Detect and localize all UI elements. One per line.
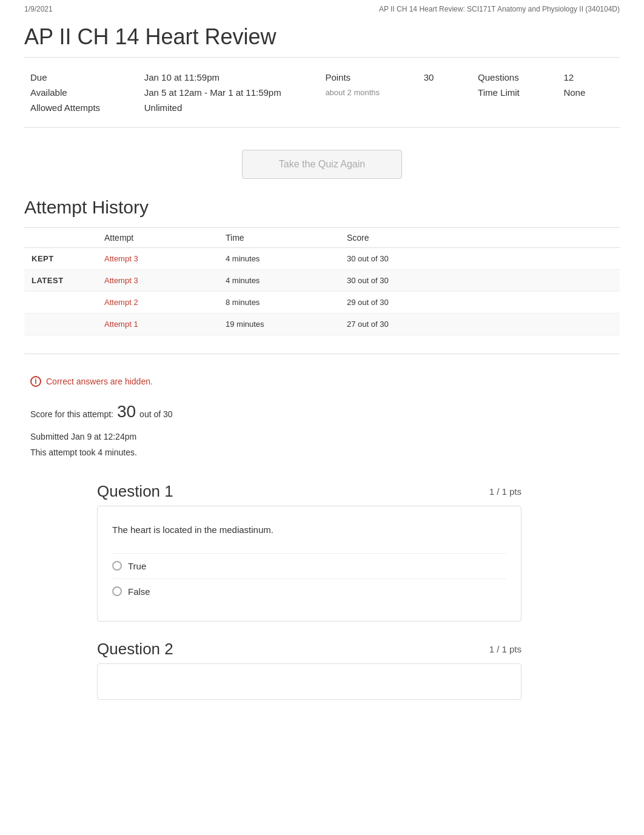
question-1-pts: 1 / 1 pts — [489, 486, 522, 497]
score-out-of: out of 30 — [139, 407, 173, 422]
divider-1 — [24, 57, 620, 58]
available-note: about 2 months — [325, 88, 414, 97]
questions-label: Questions — [478, 72, 554, 82]
duration-text: This attempt took 4 minutes. — [30, 445, 614, 460]
row-label — [24, 292, 97, 314]
take-quiz-button[interactable]: Take the Quiz Again — [242, 150, 402, 179]
divider-2 — [24, 127, 620, 128]
correct-answers-notice: i Correct answers are hidden. — [24, 366, 620, 392]
submitted-text: Submitted Jan 9 at 12:24pm — [30, 429, 614, 444]
score-section: Score for this attempt: 30 out of 30 Sub… — [24, 392, 620, 470]
page-title: AP II CH 14 Heart Review — [24, 18, 620, 50]
question-1-box: The heart is located in the mediastinum.… — [97, 506, 522, 622]
correct-answers-text: Correct answers are hidden. — [46, 377, 153, 386]
time-limit-value: None — [563, 87, 620, 98]
meta-grid: Due Jan 10 at 11:59pm Points 30 Question… — [24, 67, 620, 122]
score-number: 30 — [117, 397, 136, 427]
row-attempt[interactable]: Attempt 2 — [97, 292, 218, 314]
col-score: Score — [340, 228, 620, 248]
answer-false-label: False — [128, 586, 150, 597]
answer-option-false: False — [112, 580, 506, 603]
top-breadcrumb: AP II CH 14 Heart Review: SCI171T Anatom… — [379, 5, 620, 13]
question-2-pts: 1 / 1 pts — [489, 644, 522, 654]
notice-icon: i — [30, 376, 41, 387]
due-value: Jan 10 at 11:59pm — [144, 72, 316, 82]
row-score: 30 out of 30 — [340, 270, 620, 292]
radio-true[interactable] — [112, 561, 122, 571]
table-row: LATESTAttempt 34 minutes30 out of 30 — [24, 270, 620, 292]
question-1-header: Question 1 1 / 1 pts — [97, 482, 522, 501]
question-1-title: Question 1 — [97, 482, 173, 501]
page-content: AP II CH 14 Heart Review Due Jan 10 at 1… — [0, 18, 644, 754]
table-row: KEPTAttempt 34 minutes30 out of 30 — [24, 248, 620, 270]
row-time: 8 minutes — [218, 292, 340, 314]
row-label: KEPT — [24, 248, 97, 270]
table-row: Attempt 28 minutes29 out of 30 — [24, 292, 620, 314]
due-label: Due — [30, 72, 135, 82]
question-2-section: Question 2 1 / 1 pts — [97, 640, 522, 700]
answer-true-label: True — [128, 561, 146, 571]
question-1-section: Question 1 1 / 1 pts The heart is locate… — [97, 482, 522, 622]
question-2-title: Question 2 — [97, 640, 173, 659]
row-attempt[interactable]: Attempt 3 — [97, 248, 218, 270]
allowed-attempts-label: Allowed Attempts — [30, 102, 135, 113]
col-label — [24, 228, 97, 248]
allowed-attempts-value: Unlimited — [144, 102, 316, 113]
col-attempt: Attempt — [97, 228, 218, 248]
divider-3 — [24, 354, 620, 354]
attempt-table: Attempt Time Score KEPTAttempt 34 minute… — [24, 227, 620, 335]
row-time: 4 minutes — [218, 248, 340, 270]
score-label: Score for this attempt: — [30, 407, 113, 422]
points-value: 30 — [424, 72, 468, 82]
available-label: Available — [30, 87, 135, 98]
answer-option-true: True — [112, 555, 506, 577]
table-row: Attempt 119 minutes27 out of 30 — [24, 314, 620, 335]
col-time: Time — [218, 228, 340, 248]
time-limit-label: Time Limit — [478, 87, 554, 98]
top-date: 1/9/2021 — [24, 5, 53, 13]
questions-value: 12 — [563, 72, 620, 82]
row-score: 27 out of 30 — [340, 314, 620, 335]
row-label — [24, 314, 97, 335]
answer-separator-2 — [112, 578, 506, 579]
question-1-text: The heart is located in the mediastinum. — [112, 518, 506, 538]
row-time: 19 minutes — [218, 314, 340, 335]
row-label: LATEST — [24, 270, 97, 292]
row-attempt[interactable]: Attempt 3 — [97, 270, 218, 292]
row-attempt[interactable]: Attempt 1 — [97, 314, 218, 335]
points-label: Points — [325, 72, 414, 82]
row-time: 4 minutes — [218, 270, 340, 292]
answer-separator-1 — [112, 553, 506, 554]
attempt-history-title: Attempt History — [24, 197, 620, 218]
row-score: 29 out of 30 — [340, 292, 620, 314]
btn-container: Take the Quiz Again — [24, 138, 620, 197]
question-2-box — [97, 663, 522, 700]
radio-false[interactable] — [112, 586, 122, 596]
question-2-header: Question 2 1 / 1 pts — [97, 640, 522, 659]
top-bar: 1/9/2021 AP II CH 14 Heart Review: SCI17… — [0, 0, 644, 18]
available-value: Jan 5 at 12am - Mar 1 at 11:59pm — [144, 87, 316, 98]
row-score: 30 out of 30 — [340, 248, 620, 270]
